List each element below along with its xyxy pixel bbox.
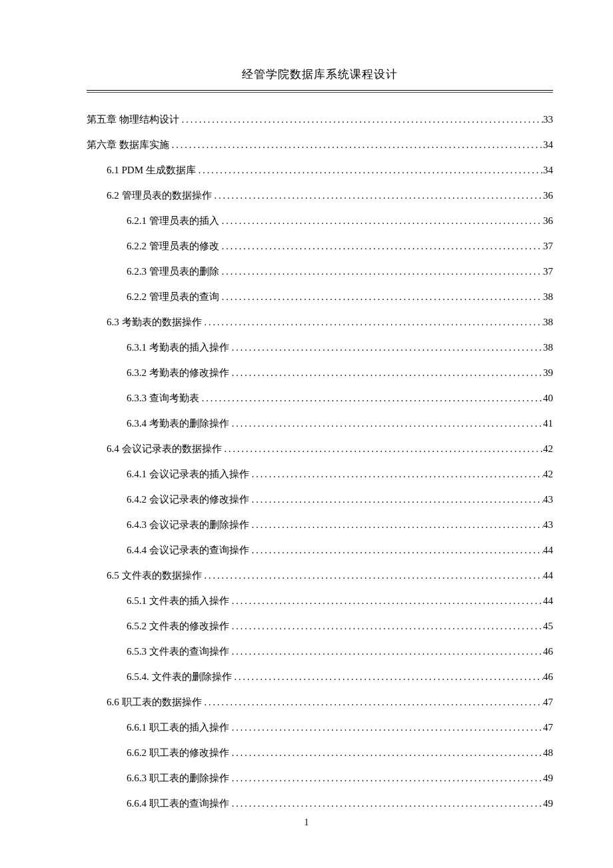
toc-title: 6.4.2 会议记录表的修改操作 [127,493,249,507]
toc-leader-dots [229,367,543,380]
toc-entry: 6.2.2 管理员表的查询38 [87,290,553,304]
toc-entry: 6.2 管理员表的数据操作36 [87,189,553,203]
toc-entry: 6.1 PDM 生成数据库34 [87,163,553,177]
toc-title: 6.2.2 管理员表的修改 [127,239,219,253]
toc-entry: 6.6.4 职工表的查询操作49 [87,797,553,811]
toc-leader-dots [222,443,544,456]
toc-page-number: 44 [543,543,553,557]
toc-title: 6.6.3 职工表的删除操作 [127,771,229,785]
toc-entry: 6.3 考勤表的数据操作38 [87,315,553,329]
toc-title: 6.5.2 文件表的修改操作 [127,619,229,633]
toc-entry: 第六章 数据库实施34 [87,138,553,152]
toc-leader-dots [179,113,543,127]
toc-leader-dots [229,417,543,431]
toc-title: 6.3.4 考勤表的删除操作 [127,417,229,431]
toc-page-number: 49 [543,797,553,811]
toc-page-number: 33 [543,113,553,127]
toc-entry: 6.4.1 会议记录表的插入操作42 [87,467,553,481]
toc-leader-dots [249,493,543,507]
toc-title: 6.6.1 职工表的插入操作 [127,721,229,735]
toc-title: 6.5 文件表的数据操作 [107,569,202,583]
toc-leader-dots [229,341,543,355]
toc-entry: 6.6.1 职工表的插入操作47 [87,721,553,735]
toc-entry: 6.3.4 考勤表的删除操作41 [87,417,553,431]
toc-entry: 6.2.2 管理员表的修改37 [87,239,553,253]
toc-leader-dots [199,392,543,405]
toc-title: 6.6.2 职工表的修改操作 [127,746,229,760]
toc-page-number: 38 [543,290,553,304]
toc-leader-dots [229,620,543,633]
toc-leader-dots [249,468,543,481]
toc-leader-dots [229,645,543,659]
toc-page-number: 40 [543,391,553,405]
toc-leader-dots [219,215,543,228]
toc-entry: 6.3.3 查询考勤表40 [87,391,553,405]
toc-title: 6.3.1 考勤表的插入操作 [127,341,229,355]
toc-title: 6.3 考勤表的数据操作 [107,315,202,329]
toc-leader-dots [219,265,543,279]
toc-entry: 6.5.3 文件表的查询操作46 [87,645,553,659]
page-number: 1 [0,817,613,828]
toc-entry: 6.6.3 职工表的删除操作49 [87,771,553,785]
toc-title: 6.3.3 查询考勤表 [127,391,199,405]
toc-entry: 6.2.1 管理员表的插入36 [87,214,553,228]
toc-title: 6.1 PDM 生成数据库 [107,163,196,177]
toc-title: 6.2.1 管理员表的插入 [127,214,219,228]
toc-leader-dots [229,595,543,608]
toc-leader-dots [196,164,543,177]
toc-page-number: 37 [543,239,553,253]
toc-page-number: 45 [543,619,553,633]
toc-leader-dots [169,139,543,152]
toc-leader-dots [202,569,544,583]
toc-leader-dots [249,519,543,532]
toc-title: 6.5.1 文件表的插入操作 [127,594,229,608]
toc-entry: 6.4 会议记录表的数据操作42 [87,442,553,456]
toc-entry: 6.4.4 会议记录表的查询操作44 [87,543,553,557]
toc-page-number: 41 [543,417,553,431]
toc-entry: 6.5.4. 文件表的删除操作46 [87,670,553,684]
toc-title: 6.4.3 会议记录表的删除操作 [127,518,249,532]
divider-thin [87,92,553,93]
toc-entry: 6.5 文件表的数据操作44 [87,569,553,583]
toc-page-number: 46 [543,645,553,659]
toc-page-number: 44 [543,569,553,583]
toc-page-number: 37 [543,265,553,279]
toc-entry: 第五章 物理结构设计33 [87,113,553,127]
toc-title: 第五章 物理结构设计 [87,113,179,127]
toc-leader-dots [249,544,543,557]
toc-page-number: 36 [543,214,553,228]
toc-entry: 6.4.3 会议记录表的删除操作43 [87,518,553,532]
toc-entry: 6.4.2 会议记录表的修改操作43 [87,493,553,507]
toc-title: 6.2 管理员表的数据操作 [107,189,212,203]
toc-page-number: 34 [543,138,553,152]
toc-page-number: 47 [543,721,553,735]
toc-leader-dots [202,696,544,709]
toc-page-number: 36 [543,189,553,203]
toc-page-number: 44 [543,594,553,608]
toc-page-number: 42 [543,442,553,456]
toc-page-number: 38 [543,315,553,329]
toc-leader-dots [202,316,544,329]
table-of-contents: 第五章 物理结构设计33第六章 数据库实施346.1 PDM 生成数据库346.… [87,113,553,811]
toc-entry: 6.6.2 职工表的修改操作48 [87,746,553,760]
toc-leader-dots [229,797,543,811]
toc-entry: 6.3.2 考勤表的修改操作39 [87,366,553,380]
divider-thick [87,90,553,91]
toc-title: 6.6 职工表的数据操作 [107,695,202,709]
toc-title: 第六章 数据库实施 [87,138,169,152]
page-header: 经管学院数据库系统课程设计 [87,67,553,87]
toc-entry: 6.5.2 文件表的修改操作45 [87,619,553,633]
toc-title: 6.3.2 考勤表的修改操作 [127,366,229,380]
toc-leader-dots [219,240,543,253]
toc-title: 6.4 会议记录表的数据操作 [107,442,222,456]
toc-title: 6.5.3 文件表的查询操作 [127,645,229,659]
toc-title: 6.2.2 管理员表的查询 [127,290,219,304]
toc-page-number: 39 [543,366,553,380]
toc-page-number: 38 [543,341,553,355]
toc-page-number: 48 [543,746,553,760]
toc-title: 6.4.1 会议记录表的插入操作 [127,467,249,481]
toc-page-number: 42 [543,467,553,481]
toc-page-number: 49 [543,771,553,785]
toc-leader-dots [229,721,543,735]
toc-page-number: 47 [543,695,553,709]
